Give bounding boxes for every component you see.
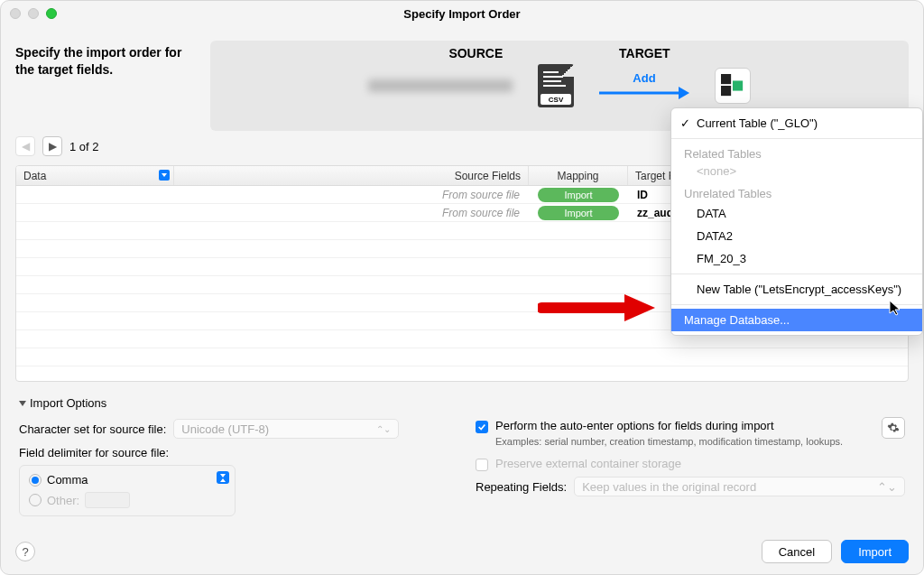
svg-marker-1 <box>679 87 689 99</box>
svg-rect-2 <box>721 74 731 84</box>
dialog-window: Specify Import Order Specify the import … <box>0 0 924 575</box>
repeating-fields-select[interactable]: Keep values in the original record ⌃⌄ <box>574 477 905 496</box>
help-button[interactable]: ? <box>15 542 35 561</box>
delimiter-other-input <box>85 492 130 508</box>
charset-select[interactable]: Unicode (UTF-8) ⌃⌄ <box>173 419 399 439</box>
menu-separator <box>671 138 922 139</box>
target-app-icon[interactable] <box>715 68 751 104</box>
cancel-button[interactable]: Cancel <box>762 540 832 563</box>
chevrons-icon <box>159 170 170 181</box>
menu-unrelated-header: Unrelated Tables <box>671 182 922 202</box>
menu-manage-database[interactable]: Manage Database... <box>671 309 922 331</box>
menu-separator <box>671 304 922 305</box>
preserve-storage-checkbox: Preserve external container storage <box>476 457 905 471</box>
menu-separator <box>671 274 922 274</box>
csv-file-icon: CSV <box>538 64 574 107</box>
menu-related-none: <none> <box>671 162 922 182</box>
next-record-button[interactable]: ▶ <box>42 136 62 156</box>
gear-icon <box>887 422 900 434</box>
header-source-fields: Source Fields <box>174 166 529 185</box>
menu-unrelated-item[interactable]: DATA2 <box>671 225 922 247</box>
cursor-icon <box>889 300 901 316</box>
menu-related-header: Related Tables <box>671 143 922 162</box>
charset-label: Character set for source file: <box>19 422 166 436</box>
mapping-pill[interactable]: Import <box>538 206 619 220</box>
target-label: TARGET <box>619 46 670 60</box>
source-filename <box>368 79 513 92</box>
menu-new-table[interactable]: New Table ("LetsEncrypt_accessKeys") <box>671 278 922 301</box>
auto-enter-examples: Examples: serial number, creation timest… <box>495 435 905 448</box>
header-mapping: Mapping <box>529 166 628 185</box>
target-table-menu: Current Table ("_GLO") Related Tables <n… <box>670 107 923 336</box>
add-mapping-button[interactable]: Add <box>599 71 689 101</box>
chevron-down-icon <box>19 401 26 406</box>
auto-enter-checkbox[interactable]: Perform the auto-enter options for field… <box>476 419 905 433</box>
delimiter-other-radio[interactable]: Other: <box>29 492 226 508</box>
source-field-label: From source file <box>174 189 529 201</box>
import-button[interactable]: Import <box>841 540 909 563</box>
window-title: Specify Import Order <box>1 7 923 21</box>
delimiter-comma-radio[interactable]: Comma <box>29 473 226 487</box>
chevrons-icon: ⌃⌄ <box>877 480 897 494</box>
delimiter-box: Comma Other: <box>19 465 236 516</box>
chevrons-icon[interactable] <box>217 471 229 484</box>
menu-current-table[interactable]: Current Table ("_GLO") <box>671 112 922 134</box>
instructions-text: Specify the import order for the target … <box>15 41 196 131</box>
header-data-dropdown[interactable]: Data <box>16 166 174 185</box>
import-options-toggle[interactable]: Import Options <box>19 396 905 410</box>
radio-off-icon <box>29 494 42 506</box>
checkbox-on-icon <box>476 421 488 433</box>
checkbox-off-icon <box>476 459 488 471</box>
svg-rect-3 <box>733 80 743 90</box>
chevrons-icon: ⌃⌄ <box>376 424 391 434</box>
mapping-pill[interactable]: Import <box>538 188 619 202</box>
radio-on-icon <box>29 474 42 487</box>
source-field-label: From source file <box>174 207 529 219</box>
menu-unrelated-item[interactable]: DATA <box>671 202 922 225</box>
menu-unrelated-item[interactable]: FM_20_3 <box>671 247 922 270</box>
prev-record-button[interactable]: ◀ <box>15 136 35 156</box>
svg-rect-4 <box>721 86 731 96</box>
table-row <box>16 348 908 366</box>
delimiter-label: Field delimiter for source file: <box>19 446 448 459</box>
titlebar: Specify Import Order <box>1 1 923 26</box>
options-gear-button[interactable] <box>882 417 905 439</box>
source-label: SOURCE <box>448 46 503 60</box>
pager-text: 1 of 2 <box>69 140 99 153</box>
repeating-fields-label: Repeating Fields: <box>476 480 567 494</box>
